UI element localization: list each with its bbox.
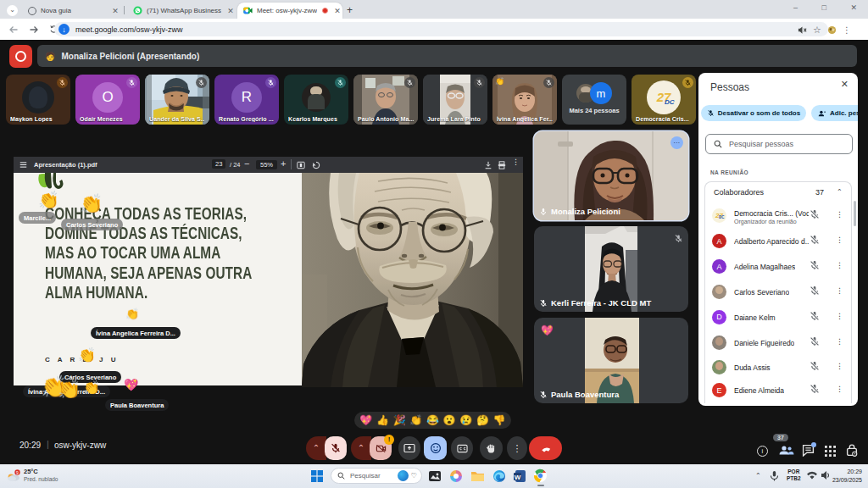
svg-text:W: W xyxy=(515,474,521,481)
svg-text:9: 9 xyxy=(16,470,19,475)
